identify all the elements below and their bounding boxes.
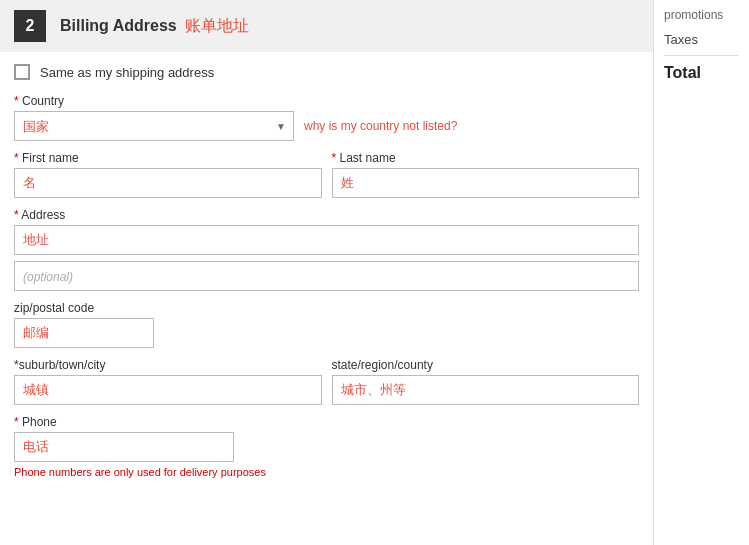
zip-field-row: zip/postal code xyxy=(14,301,639,348)
phone-label: * Phone xyxy=(14,415,639,429)
address-label: * Address xyxy=(14,208,639,222)
why-country-link[interactable]: why is my country not listed? xyxy=(304,119,457,133)
sidebar-total: Total xyxy=(664,64,739,82)
address-field: * Address xyxy=(14,208,639,291)
sidebar-taxes: Taxes xyxy=(664,32,739,56)
state-field: state/region/county xyxy=(332,358,640,405)
suburb-field: *suburb/town/city xyxy=(14,358,322,405)
zip-label: zip/postal code xyxy=(14,301,639,315)
billing-title-en: Billing Address xyxy=(60,17,177,35)
first-name-input[interactable] xyxy=(14,168,322,198)
state-label: state/region/county xyxy=(332,358,640,372)
step-number: 2 xyxy=(14,10,46,42)
first-name-field: * First name xyxy=(14,151,322,198)
phone-input[interactable] xyxy=(14,432,234,462)
same-address-checkbox[interactable] xyxy=(14,64,30,80)
sidebar: promotions Taxes Total xyxy=(653,0,749,545)
zip-field-wrapper xyxy=(14,318,154,348)
last-name-label: * Last name xyxy=(332,151,640,165)
suburb-label: *suburb/town/city xyxy=(14,358,322,372)
phone-note: Phone numbers are only used for delivery… xyxy=(14,466,639,478)
billing-header: 2 Billing Address 账单地址 xyxy=(0,0,653,52)
suburb-input[interactable] xyxy=(14,375,322,405)
first-name-label: * First name xyxy=(14,151,322,165)
zip-input[interactable] xyxy=(14,318,154,348)
main-content: 2 Billing Address 账单地址 Same as my shippi… xyxy=(0,0,653,545)
state-input[interactable] xyxy=(332,375,640,405)
country-row: 国家 ▼ why is my country not listed? xyxy=(14,111,639,141)
country-field-row: * Country 国家 ▼ why is my country not lis… xyxy=(14,94,639,141)
name-row: * First name * Last name xyxy=(14,151,639,198)
suburb-state-row: *suburb/town/city state/region/county xyxy=(14,358,639,405)
last-name-field: * Last name xyxy=(332,151,640,198)
country-select-wrapper: 国家 ▼ xyxy=(14,111,294,141)
sidebar-promotions: promotions xyxy=(664,8,739,26)
address-optional-input[interactable] xyxy=(14,261,639,291)
billing-title-cn: 账单地址 xyxy=(185,16,249,37)
phone-field-row: * Phone Phone numbers are only used for … xyxy=(14,415,639,478)
last-name-input[interactable] xyxy=(332,168,640,198)
address-input[interactable] xyxy=(14,225,639,255)
country-label: * Country xyxy=(14,94,639,108)
country-select[interactable]: 国家 xyxy=(14,111,294,141)
form-area: Same as my shipping address * Country 国家… xyxy=(0,64,653,478)
same-address-label: Same as my shipping address xyxy=(40,65,214,80)
same-address-row: Same as my shipping address xyxy=(14,64,639,80)
